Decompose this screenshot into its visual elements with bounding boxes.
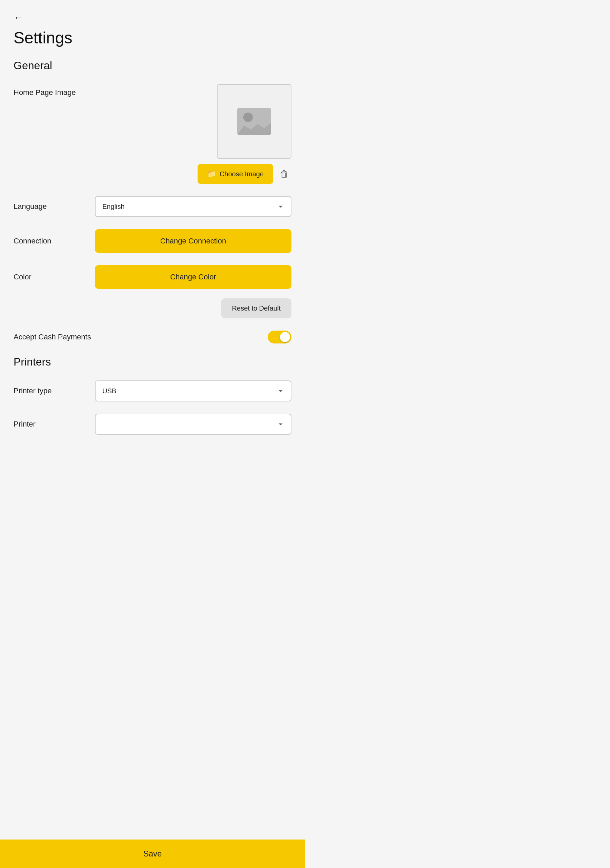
page-title: Settings bbox=[14, 28, 291, 47]
accept-cash-label: Accept Cash Payments bbox=[14, 333, 95, 341]
home-page-image-section: Home Page Image 📁 Choose Image 🗑 bbox=[14, 84, 291, 184]
image-action-row: 📁 Choose Image 🗑 bbox=[198, 164, 291, 184]
color-control: Change Color bbox=[95, 265, 291, 289]
choose-image-label: Choose Image bbox=[220, 170, 264, 178]
image-preview-box bbox=[217, 84, 291, 159]
language-control: English Spanish French German bbox=[95, 196, 291, 217]
image-preview-area: 📁 Choose Image 🗑 bbox=[95, 84, 291, 184]
printer-select[interactable] bbox=[95, 414, 291, 435]
trash-icon: 🗑 bbox=[280, 169, 289, 179]
delete-image-button[interactable]: 🗑 bbox=[277, 166, 291, 182]
reset-to-default-button[interactable]: Reset to Default bbox=[221, 298, 291, 318]
language-label: Language bbox=[14, 202, 95, 211]
image-placeholder-icon bbox=[237, 108, 271, 135]
printer-type-row: Printer type USB Network Bluetooth bbox=[14, 380, 291, 401]
printers-section-title: Printers bbox=[14, 356, 291, 368]
printers-section: Printers Printer type USB Network Blueto… bbox=[14, 356, 291, 435]
printer-type-select[interactable]: USB Network Bluetooth bbox=[95, 380, 291, 401]
printer-row: Printer bbox=[14, 414, 291, 435]
accept-cash-control bbox=[95, 330, 291, 344]
folder-icon: 📁 bbox=[207, 169, 216, 178]
choose-image-button[interactable]: 📁 Choose Image bbox=[198, 164, 273, 184]
color-reset-row: Reset to Default bbox=[14, 293, 291, 318]
general-section-title: General bbox=[14, 59, 291, 72]
accept-cash-toggle[interactable] bbox=[268, 330, 291, 344]
printer-label: Printer bbox=[14, 420, 95, 429]
language-row: Language English Spanish French German bbox=[14, 196, 291, 217]
back-button[interactable]: ← bbox=[14, 12, 23, 23]
connection-row: Connection Change Connection bbox=[14, 229, 291, 253]
language-select[interactable]: English Spanish French German bbox=[95, 196, 291, 217]
color-section: Color Change Color Reset to Default bbox=[14, 265, 291, 318]
printer-type-control: USB Network Bluetooth bbox=[95, 380, 291, 401]
home-page-image-label: Home Page Image bbox=[14, 84, 95, 97]
color-row: Color Change Color bbox=[14, 265, 291, 289]
change-color-button[interactable]: Change Color bbox=[95, 265, 291, 289]
accept-cash-row: Accept Cash Payments bbox=[14, 330, 291, 344]
toggle-slider bbox=[268, 330, 291, 344]
printer-control bbox=[95, 414, 291, 435]
change-connection-button[interactable]: Change Connection bbox=[95, 229, 291, 253]
connection-label: Connection bbox=[14, 237, 95, 245]
connection-control: Change Connection bbox=[95, 229, 291, 253]
printer-type-label: Printer type bbox=[14, 386, 95, 395]
color-label: Color bbox=[14, 273, 95, 281]
